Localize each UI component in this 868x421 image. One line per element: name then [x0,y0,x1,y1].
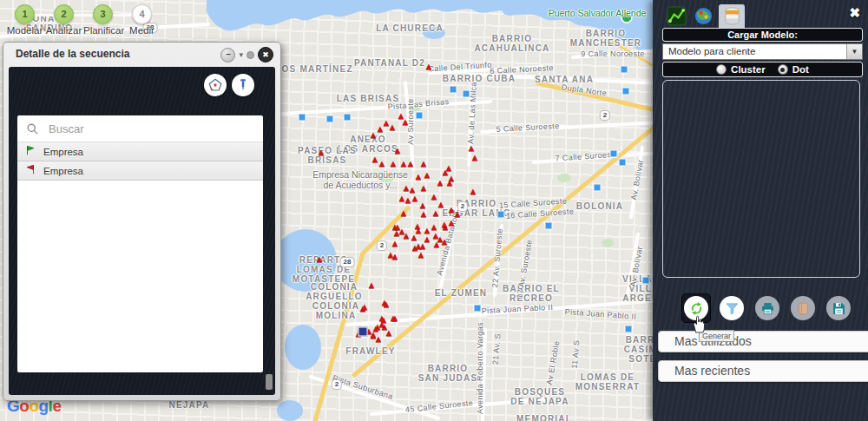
list-item-label: Empresa [43,166,83,176]
area-label: BARRIO CUBA [443,74,516,83]
map-marker[interactable]: ▲ [419,183,429,193]
map-marker[interactable]: ▲ [317,148,326,157]
sequence-list-card: Empresa Empresa [17,115,263,372]
restore-dot-button[interactable] [247,51,254,59]
close-button[interactable]: ✖ [258,47,273,62]
map-marker[interactable]: ▲ [382,299,391,309]
route-tab[interactable] [665,6,687,29]
transit-stop-icon [416,112,424,120]
list-item[interactable]: Empresa [17,161,263,181]
map-marker[interactable]: ▲ [440,237,450,247]
map-marker[interactable]: ▲ [470,153,480,162]
most-recent-button[interactable]: Mas recientes [658,360,868,382]
transit-stop-icon [474,305,482,312]
stepper-steps: 1 Modelar 2 Analizar 3 Planificar 4 Medi… [5,3,179,36]
map-marker[interactable]: ▲ [401,117,411,127]
step-analizar[interactable]: 2 Analizar [44,3,83,36]
filter-button[interactable] [717,293,746,323]
model-select[interactable]: Modelo para cliente ▼ [662,43,863,60]
map-marker[interactable]: ▲ [419,209,429,219]
report-button[interactable] [788,293,818,323]
map-marker[interactable]: ▲ [315,254,325,264]
step-modelar[interactable]: 1 Modelar [5,3,44,36]
most-used-button[interactable]: Mas utilizados [658,331,868,352]
area-label: BARRIO SAN JUDAS [418,364,478,383]
step-number: 3 [93,4,113,24]
map-marker[interactable]: ▲ [424,62,434,71]
radio-cluster[interactable]: Cluster [716,64,766,75]
map-marker[interactable]: ▲ [388,122,398,132]
map-marker[interactable]: ▲ [423,234,432,244]
area-label: BOSQUES DE NEJAPA [510,387,569,406]
map-marker[interactable]: ▲ [360,302,370,312]
list-item[interactable]: Empresa [17,142,263,161]
transit-stop-icon [497,211,505,219]
blue-map-marker[interactable] [358,327,368,337]
database-tab-icon [722,6,742,30]
map-marker[interactable]: ▲ [399,208,409,218]
map-marker[interactable]: ▲ [391,252,400,261]
area-label: LA CHURECA [376,23,444,33]
search-input[interactable] [47,122,241,136]
map-marker[interactable]: ▲ [419,159,429,168]
transit-stop-icon [619,159,627,167]
load-model-label: Cargar Modelo: [662,28,863,42]
map-marker[interactable]: ▲ [430,222,439,232]
map-marker[interactable]: ▲ [469,187,478,196]
step-number: 4 [132,4,152,24]
area-label: BARRIO ACAHUALINCA [474,34,549,53]
map-marker[interactable]: ▲ [440,220,450,229]
map-marker[interactable]: ▲ [389,159,398,168]
workflow-stepper: 1 Modelar 2 Analizar 3 Planificar 4 Medi… [5,3,179,36]
map-marker[interactable]: ▲ [369,130,378,140]
map-marker[interactable]: ▲ [389,313,398,323]
database-tab[interactable] [719,4,745,29]
transit-stop-icon [450,86,457,94]
area-label: EL ZUMEN [435,288,488,298]
dropdown-arrow-icon[interactable]: ▼ [846,44,862,59]
map-marker[interactable]: ▲ [393,146,403,155]
globe-tab[interactable] [692,6,714,29]
area-label: BARRIO EL RECREO [503,284,560,303]
map-marker[interactable]: ▲ [406,159,416,168]
minimize-button[interactable]: – [220,48,235,62]
step-medir[interactable]: 4 Medir [122,3,161,36]
map-marker[interactable]: ▲ [417,250,426,260]
radio-cluster-icon[interactable] [716,64,727,75]
flag-green-icon [17,144,36,160]
sequence-panel-body: Empresa Empresa [9,67,275,395]
transit-stop-icon [463,90,470,98]
map-marker[interactable]: ▲ [367,280,377,290]
map-marker[interactable]: ▲ [374,334,384,344]
map-marker[interactable]: ▲ [378,159,387,168]
transit-stop-icon [610,150,618,158]
map-marker[interactable]: ▲ [413,221,423,231]
map-marker[interactable]: ▲ [391,239,400,248]
step-planificar[interactable]: 3 Planificar [83,3,122,36]
hand-cursor [690,314,707,333]
chevron-down-icon[interactable]: ▾ [239,50,243,59]
pin-icon[interactable] [232,74,254,96]
print-button[interactable] [753,293,782,323]
step-label: Analizar [44,25,83,36]
street-label: 9 Calle Noroeste [581,49,644,58]
transit-stop-icon [621,66,628,74]
save-button[interactable] [824,293,853,323]
flag-red-icon [17,163,36,179]
map-marker[interactable]: ▲ [431,208,441,218]
route-tab-icon [667,6,687,30]
map-marker[interactable]: ▲ [392,228,402,238]
transit-stop-icon [344,114,352,122]
map-marker[interactable]: ▲ [385,328,394,338]
sidebar-close-icon[interactable]: ✖ [849,5,860,21]
map-marker[interactable]: ▲ [445,178,455,187]
step-label: Medir [122,25,161,36]
step-number: 2 [54,4,74,24]
panel-scrollbar[interactable] [266,374,273,390]
route-shield: 2 [600,110,610,121]
map-marker[interactable]: ▲ [436,178,445,187]
map-marker[interactable]: ▲ [423,170,432,180]
polygon-icon[interactable] [204,74,227,96]
radio-dot-icon[interactable] [778,64,788,75]
radio-dot[interactable]: Dot [778,64,809,75]
